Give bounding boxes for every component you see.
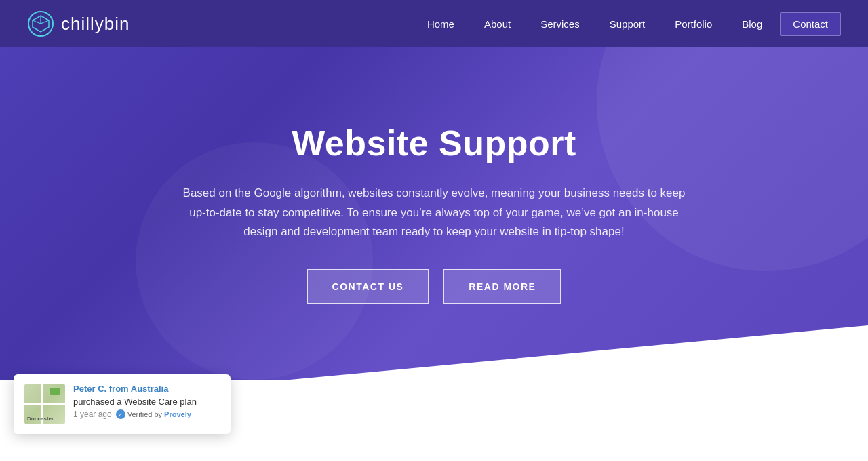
notification-map-thumbnail: Doncaster [24,384,65,424]
hero-buttons: CONTACT US READ MORE [176,269,692,304]
hero-description: Based on the Google algorithm, websites … [176,184,692,243]
hero-content: Website Support Based on the Google algo… [163,109,705,319]
contact-us-button[interactable]: CONTACT US [307,269,430,304]
nav-blog[interactable]: Blog [730,13,774,35]
hero-section: Website Support Based on the Google algo… [0,0,868,380]
notification-time-row: 1 year ago ✓ Verified by Provely [73,409,220,419]
notification-user-name: Peter C. from Australia [73,384,220,394]
nav-contact[interactable]: Contact [780,12,841,36]
notification-text-content: Peter C. from Australia purchased a Webs… [73,384,220,419]
notification-action-text: purchased a Website Care plan [73,397,220,407]
nav-support[interactable]: Support [597,13,658,35]
verified-label: Verified by [127,410,162,418]
notification-timestamp: 1 year ago [73,409,112,419]
nav-home[interactable]: Home [415,13,467,35]
logo: chillybin [27,10,130,37]
map-flag-icon [50,388,60,395]
read-more-button[interactable]: READ MORE [443,269,561,304]
verified-checkmark-icon: ✓ [116,409,125,419]
svg-line-4 [41,20,49,24]
map-road-horizontal [24,403,65,405]
verified-badge: ✓ Verified by Provely [116,409,191,419]
map-location-label: Doncaster [27,416,54,422]
notification-card: Doncaster Peter C. from Australia purcha… [14,374,231,434]
logo-text: chillybin [61,14,130,35]
nav-about[interactable]: About [472,13,523,35]
svg-line-3 [33,20,41,24]
cube-icon [27,10,54,37]
main-nav: Home About Services Support Portfolio Bl… [415,12,841,36]
provely-brand: Provely [164,410,191,418]
map-visual: Doncaster [24,384,65,424]
header: chillybin Home About Services Support Po… [0,0,868,47]
nav-services[interactable]: Services [528,13,592,35]
nav-portfolio[interactable]: Portfolio [663,13,724,35]
hero-title: Website Support [176,123,692,163]
